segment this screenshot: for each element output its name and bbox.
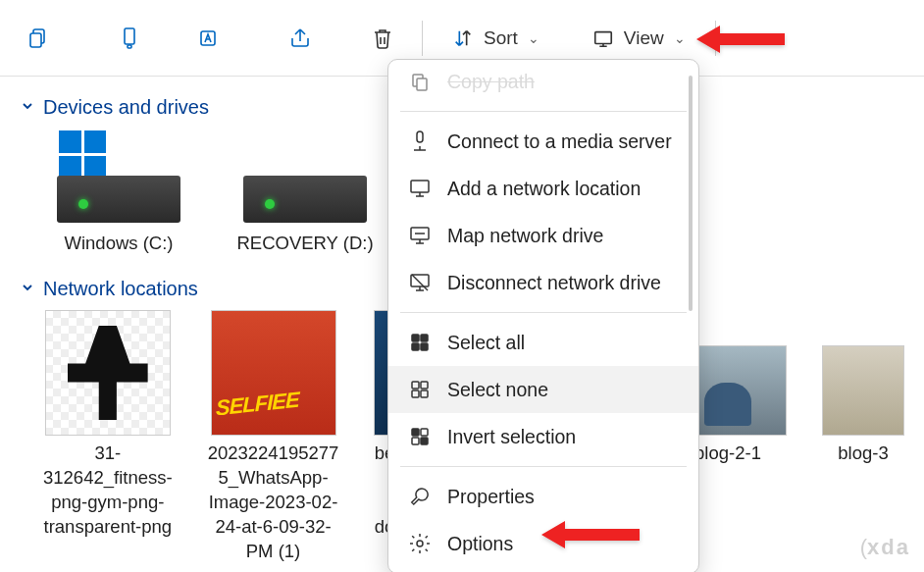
file-item[interactable]: 2023224195277 5_WhatsApp-Image-2023-02-2… <box>208 310 339 564</box>
chevron-down-icon <box>20 278 35 300</box>
svg-rect-26 <box>412 438 419 444</box>
cut-button[interactable] <box>16 15 63 62</box>
file-thumbnail <box>45 310 171 436</box>
menu-select-none[interactable]: Select none <box>388 366 698 413</box>
menu-connect-media[interactable]: Connect to a media server <box>388 118 698 165</box>
view-button[interactable]: View ⌄ <box>579 15 699 62</box>
file-label: blog-3 <box>822 442 904 466</box>
file-thumbnail <box>822 345 904 436</box>
annotation-arrow <box>696 22 785 61</box>
menu-item-label: Properties <box>447 486 535 508</box>
svg-rect-23 <box>421 390 428 397</box>
svg-rect-3 <box>128 45 131 48</box>
delete-button[interactable] <box>359 15 406 62</box>
svg-rect-17 <box>421 335 428 341</box>
menu-disconnect-drive[interactable]: Disconnect network drive <box>388 259 698 306</box>
sort-button[interactable]: Sort ⌄ <box>438 15 553 62</box>
menu-add-network[interactable]: Add a network location <box>388 165 698 212</box>
menu-properties[interactable]: Properties <box>388 473 698 520</box>
menu-item-label: Map network drive <box>447 225 603 247</box>
menu-item-label: Disconnect network drive <box>447 272 661 294</box>
svg-rect-12 <box>411 181 429 192</box>
svg-rect-5 <box>595 31 612 43</box>
share-button[interactable] <box>277 15 324 62</box>
section-header-label: Network locations <box>43 278 198 300</box>
svg-rect-18 <box>412 343 419 350</box>
svg-marker-29 <box>696 26 785 53</box>
drive-label: RECOVERY (D:) <box>230 233 381 254</box>
menu-invert-selection[interactable]: Invert selection <box>388 413 698 460</box>
watermark: xda <box>860 535 910 560</box>
file-label: 31-312642_fitness-png-gym-png-transparen… <box>43 442 173 540</box>
svg-rect-2 <box>125 28 134 44</box>
svg-rect-1 <box>30 33 41 47</box>
svg-rect-19 <box>421 343 428 350</box>
menu-map-drive[interactable]: Map network drive <box>388 212 698 259</box>
svg-rect-25 <box>421 429 428 436</box>
svg-rect-10 <box>417 78 427 90</box>
menu-item-label: Invert selection <box>447 426 576 448</box>
svg-rect-11 <box>417 131 423 142</box>
file-thumbnail <box>211 310 336 436</box>
menu-separator <box>400 111 687 112</box>
drive-icon <box>57 129 180 223</box>
menu-item-label: Select all <box>447 332 525 354</box>
file-label: 2023224195277 5_WhatsApp-Image-2023-02-2… <box>208 442 339 564</box>
svg-point-28 <box>417 541 423 546</box>
drive-label: Windows (C:) <box>43 233 194 254</box>
file-item[interactable]: 31-312642_fitness-png-gym-png-transparen… <box>43 310 173 564</box>
svg-rect-16 <box>412 335 419 341</box>
view-label: View <box>624 27 664 49</box>
overflow-menu: Copy path Connect to a media server Add … <box>387 59 699 572</box>
menu-item-label: Copy path <box>447 71 535 93</box>
chevron-down-icon: ⌄ <box>528 30 539 46</box>
menu-item-label: Select none <box>447 379 548 401</box>
svg-marker-30 <box>541 521 640 548</box>
rename-button[interactable] <box>186 15 233 62</box>
sort-label: Sort <box>484 27 518 49</box>
svg-rect-27 <box>421 438 428 444</box>
copy-button[interactable] <box>106 15 153 62</box>
svg-rect-20 <box>412 382 419 389</box>
svg-rect-24 <box>412 429 419 436</box>
drive-item[interactable]: Windows (C:) <box>43 129 194 254</box>
menu-copy-path[interactable]: Copy path <box>388 58 698 105</box>
file-item[interactable]: blog-3 <box>822 310 904 564</box>
svg-rect-21 <box>421 382 428 389</box>
menu-scrollbar[interactable] <box>689 76 693 311</box>
drive-icon <box>243 129 367 223</box>
svg-rect-22 <box>412 390 419 397</box>
chevron-down-icon <box>20 96 35 119</box>
menu-separator <box>400 312 687 313</box>
menu-select-all[interactable]: Select all <box>388 319 698 366</box>
menu-item-label: Add a network location <box>447 178 641 200</box>
toolbar-separator <box>422 21 423 56</box>
drive-item[interactable]: RECOVERY (D:) <box>230 129 381 254</box>
chevron-down-icon: ⌄ <box>674 30 686 46</box>
section-header-label: Devices and drives <box>43 96 209 119</box>
annotation-arrow <box>541 517 640 556</box>
menu-item-label: Options <box>447 533 513 555</box>
menu-item-label: Connect to a media server <box>447 130 672 153</box>
menu-separator <box>400 466 687 467</box>
